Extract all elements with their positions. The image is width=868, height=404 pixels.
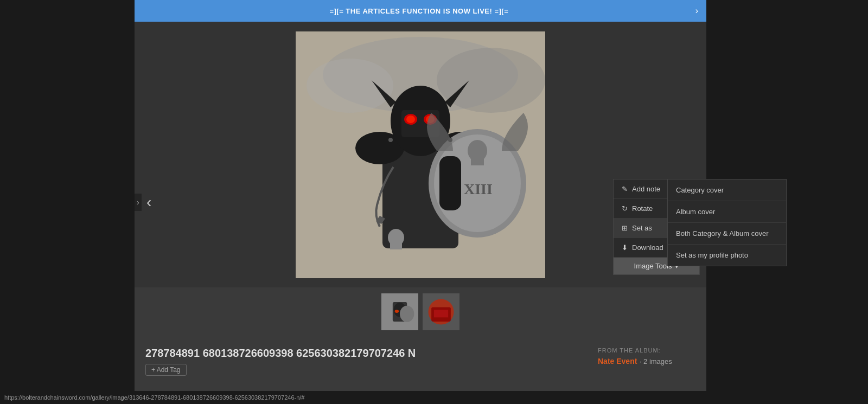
set-as-submenu: Category cover Album cover Both Category… bbox=[667, 179, 787, 266]
left-sidebar bbox=[0, 0, 135, 404]
rotate-label: Rotate bbox=[632, 204, 653, 213]
image-title: 278784891 680138726609398 62563038217970… bbox=[145, 347, 576, 360]
image-tools-label: Image Tools bbox=[634, 262, 672, 270]
svg-rect-24 bbox=[439, 156, 461, 210]
svg-point-28 bbox=[395, 310, 399, 313]
artwork-image: XIII bbox=[296, 31, 545, 278]
svg-point-2 bbox=[307, 59, 393, 113]
svg-point-11 bbox=[406, 116, 415, 123]
profile-photo-option[interactable]: Set as my profile photo bbox=[668, 245, 786, 266]
album-info: Nate Event · 2 images bbox=[598, 356, 695, 366]
add-tag-button[interactable]: + Add Tag bbox=[145, 364, 187, 376]
rotate-icon: ↻ bbox=[622, 204, 628, 213]
both-covers-option[interactable]: Both Category & Album cover bbox=[668, 223, 786, 245]
svg-marker-34 bbox=[434, 310, 448, 317]
svg-text:XIII: XIII bbox=[464, 181, 493, 197]
svg-point-22 bbox=[388, 138, 393, 142]
status-url: https://bolterandchainsword.com/gallery/… bbox=[0, 394, 309, 401]
album-section: FROM THE ALBUM: Nate Event · 2 images bbox=[587, 347, 695, 366]
set-as-icon: ⊞ bbox=[622, 224, 628, 232]
main-artwork: XIII bbox=[296, 31, 545, 278]
set-as-label: Set as bbox=[632, 224, 652, 232]
from-album-label: FROM THE ALBUM: bbox=[598, 347, 695, 354]
svg-point-23 bbox=[448, 138, 452, 142]
svg-rect-21 bbox=[390, 243, 402, 249]
svg-point-30 bbox=[400, 306, 414, 322]
announcement-text: =][= THE ARTICLES FUNCTION IS NOW LIVE! … bbox=[143, 7, 695, 15]
thumbnail-strip bbox=[135, 287, 706, 336]
category-cover-option[interactable]: Category cover bbox=[668, 179, 786, 201]
left-panel-expand[interactable]: › bbox=[135, 194, 142, 211]
album-count: · 2 images bbox=[640, 357, 672, 365]
thumbnail-2[interactable] bbox=[423, 293, 459, 330]
download-label: Download bbox=[632, 243, 663, 252]
album-name-link[interactable]: Nate Event bbox=[598, 357, 637, 365]
album-cover-option[interactable]: Album cover bbox=[668, 201, 786, 223]
svg-rect-19 bbox=[471, 157, 484, 165]
announcement-arrow[interactable]: › bbox=[695, 6, 698, 16]
add-note-icon: ✎ bbox=[622, 185, 628, 193]
status-bar: https://bolterandchainsword.com/gallery/… bbox=[0, 391, 868, 404]
download-icon: ⬇ bbox=[622, 243, 628, 252]
image-title-section: 278784891 680138726609398 62563038217970… bbox=[145, 347, 576, 376]
thumbnail-1[interactable] bbox=[381, 293, 418, 330]
announcement-bar: =][= THE ARTICLES FUNCTION IS NOW LIVE! … bbox=[135, 0, 706, 22]
prev-image-button[interactable]: ‹ bbox=[141, 188, 157, 216]
add-note-label: Add note bbox=[632, 185, 660, 193]
